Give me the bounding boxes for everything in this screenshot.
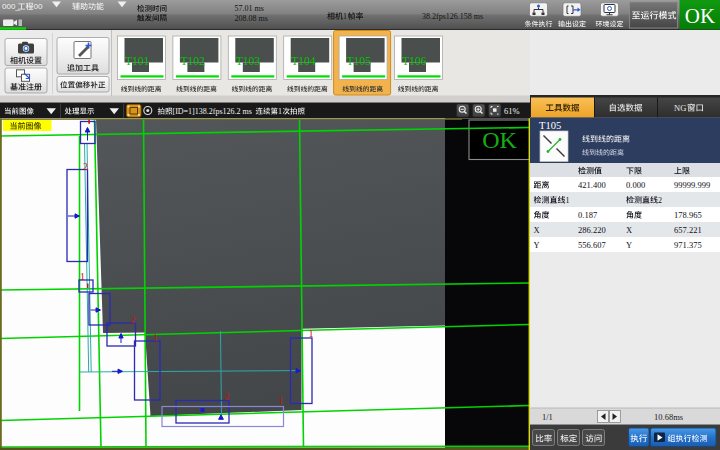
svg-text:2: 2: [225, 391, 230, 402]
svg-text:Y: Y: [626, 240, 632, 250]
svg-text:1: 1: [309, 328, 314, 339]
svg-text:2: 2: [131, 314, 136, 325]
svg-text:T101: T101: [125, 55, 150, 67]
svg-text:NG: NG: [674, 103, 686, 113]
svg-text:1: 1: [278, 107, 282, 116]
svg-text:T105: T105: [539, 120, 561, 131]
svg-text:657.221: 657.221: [674, 225, 702, 235]
svg-text:2: 2: [83, 161, 88, 172]
svg-text:1: 1: [80, 271, 85, 282]
svg-text:T106: T106: [402, 55, 427, 67]
svg-text:1: 1: [343, 12, 347, 21]
svg-text:1: 1: [279, 395, 284, 406]
svg-text:971.375: 971.375: [674, 240, 702, 250]
svg-text:X: X: [534, 225, 540, 235]
svg-text:57.01 ms: 57.01 ms: [235, 4, 264, 13]
svg-text:T103: T103: [236, 55, 261, 67]
svg-text:1: 1: [566, 196, 570, 205]
svg-text:10.68ms: 10.68ms: [654, 412, 683, 422]
svg-text:[ID=1]138.2fps126.2 ms: [ID=1]138.2fps126.2 ms: [173, 107, 252, 116]
svg-text:38.2fps126.158 ms: 38.2fps126.158 ms: [422, 12, 483, 21]
svg-text:421.400: 421.400: [578, 180, 606, 190]
svg-text:61%: 61%: [504, 106, 520, 116]
svg-text:OK: OK: [685, 4, 715, 28]
svg-text:99999.999: 99999.999: [674, 180, 710, 190]
svg-text:T104: T104: [291, 55, 316, 67]
svg-text:178.965: 178.965: [674, 210, 702, 220]
svg-text:Y: Y: [534, 240, 540, 250]
svg-text:000_: 000_: [2, 2, 20, 11]
svg-text:556.607: 556.607: [578, 240, 606, 250]
svg-text:OK: OK: [482, 127, 517, 153]
svg-text:X: X: [626, 225, 632, 235]
svg-text:0.187: 0.187: [578, 210, 597, 220]
svg-text:2: 2: [658, 196, 662, 205]
svg-text:T102: T102: [180, 55, 205, 67]
svg-text:1: 1: [153, 332, 158, 343]
svg-text:286.220: 286.220: [578, 225, 606, 235]
svg-text:T105: T105: [347, 55, 372, 67]
svg-text:208.08 ms: 208.08 ms: [235, 14, 268, 23]
svg-text:1/1: 1/1: [542, 412, 553, 422]
svg-text:0.000: 0.000: [626, 180, 645, 190]
svg-text:00: 00: [34, 2, 43, 11]
